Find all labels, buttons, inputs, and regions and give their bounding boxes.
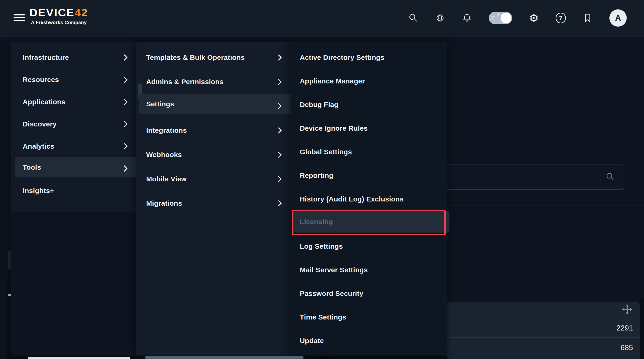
menu-item-label: Migrations [146,199,182,207]
logo-text: DEVICE [30,6,74,19]
avatar[interactable]: A [610,9,627,27]
menu-item-admins-permissions[interactable]: Admins & Permissions [136,70,293,94]
menu-item-time-settings[interactable]: Time Settings [291,305,447,329]
menu-item-active-directory-settings[interactable]: Active Directory Settings [291,45,447,69]
scrollbar-track-gap [317,356,333,359]
menu-item-debug-flag[interactable]: Debug Flag [291,93,447,116]
top-bar: DEVICE42 A Freshworks Company ☾ ✦ ⚙ ? [0,0,644,36]
menu-item-label: Time Settings [300,313,346,321]
menu-level2-rows: Templates & Bulk OperationsAdmins & Perm… [136,45,293,216]
menu-item-label: Settings [146,100,174,108]
menu-item-reporting[interactable]: Reporting [291,164,447,187]
menu-item-migrations[interactable]: Migrations [136,191,293,216]
page-right-strip [640,297,644,359]
menu-item-applications[interactable]: Applications [11,91,143,113]
menu-item-label: Device Ignore Rules [300,124,368,132]
hamburger-menu-icon[interactable] [14,13,25,23]
menu-item-label: Log Settings [300,242,343,250]
menu-panel-level3: Active Directory SettingsAppliance Manag… [291,42,447,356]
menu-item-label: Applications [23,98,65,106]
menu-item-label: Update [300,337,324,345]
menu-item-label: Active Directory Settings [300,53,384,61]
menu-item-label: Tools [23,163,41,171]
menu-item-device-ignore-rules[interactable]: Device Ignore Rules [291,116,447,140]
globe-icon[interactable] [435,13,445,23]
menu-level1-rows: InfrastructureResourcesApplicationsDisco… [11,46,143,202]
menu-item-label: Templates & Bulk Operations [146,53,245,61]
menu-item-webhooks[interactable]: Webhooks [136,143,293,167]
menu-item-label: Integrations [146,126,187,134]
gear-icon[interactable]: ⚙ [529,13,539,23]
table-value-2: 685 [563,343,633,352]
table-value-1: 2291 [563,324,633,332]
menu-item-mobile-view[interactable]: Mobile View [136,167,293,191]
menu-item-licensing[interactable]: Licensing [291,211,447,234]
menu-item-label: Appliance Manager [300,77,365,85]
menu-item-tools[interactable]: Tools [11,157,143,179]
help-icon[interactable]: ? [556,13,566,23]
bookmark-icon[interactable] [582,13,593,23]
menu-item-update[interactable]: Update [291,329,447,353]
menu-item-label: Debug Flag [300,101,338,109]
menu-level3-rows: Active Directory SettingsAppliance Manag… [291,45,447,353]
sparkle-icon: ✦ [497,13,500,16]
search-icon [606,172,615,182]
menu-item-label: Mail Server Settings [300,266,368,274]
menu-item-label: Licensing [300,218,333,226]
search-icon[interactable] [408,13,418,23]
dark-mode-toggle[interactable]: ☾ ✦ [489,12,512,24]
toggle-knob [501,13,512,23]
menu-item-label: Insights+ [23,187,54,195]
menu-item-appliance-manager[interactable]: Appliance Manager [291,69,447,93]
menu-panel-level2: Templates & Bulk OperationsAdmins & Perm… [136,42,293,356]
device42-app: 2291 685 InfrastructureResourcesApplicat… [0,0,644,359]
menu-item-resources[interactable]: Resources [11,68,143,91]
menu-item-settings[interactable]: Settings [136,94,293,118]
menu-item-discovery[interactable]: Discovery [11,113,143,135]
move-drag-icon[interactable] [622,304,633,316]
menu-item-mail-server-settings[interactable]: Mail Server Settings [291,258,447,282]
menu-item-log-settings[interactable]: Log Settings [291,234,447,258]
menu-item-label: History (Audit Log) Exclusions [300,195,404,203]
moon-icon: ☾ [492,14,497,22]
menu-item-infrastructure[interactable]: Infrastructure [11,46,143,68]
bell-icon[interactable] [462,13,472,23]
device42-logo[interactable]: DEVICE42 A Freshworks Company [30,7,88,25]
menu-item-label: Discovery [23,120,56,128]
logo-tagline: A Freshworks Company [31,20,87,25]
menu-item-label: Mobile View [146,175,186,183]
menu-item-analytics[interactable]: Analytics [11,135,143,157]
menu-item-integrations[interactable]: Integrations [136,118,293,143]
menu-item-label: Password Security [300,290,364,298]
menu-item-history-audit-log-exclusions[interactable]: History (Audit Log) Exclusions [291,187,447,211]
menu-item-password-security[interactable]: Password Security [291,282,447,305]
menu-item-label: Infrastructure [23,53,69,61]
menu-item-insightsplus[interactable]: Insights+ [11,179,143,202]
menu-item-label: Webhooks [146,151,182,159]
horizontal-scrollbar-thumb-2[interactable] [145,356,304,359]
menu-panel-level1: InfrastructureResourcesApplicationsDisco… [11,42,143,212]
menu-item-label: Global Settings [300,148,352,156]
menu-item-label: Analytics [23,142,54,150]
menu-item-label: Resources [23,76,59,84]
menu-item-label: Admins & Permissions [146,78,224,86]
menu-item-label: Reporting [300,172,333,179]
topbar-actions: ☾ ✦ ⚙ ? A [408,0,627,36]
logo-accent-text: 42 [74,6,88,19]
menu-item-templates-bulk-operations[interactable]: Templates & Bulk Operations [136,45,293,70]
horizontal-scrollbar-thumb[interactable] [28,357,130,359]
menu-item-global-settings[interactable]: Global Settings [291,140,447,164]
